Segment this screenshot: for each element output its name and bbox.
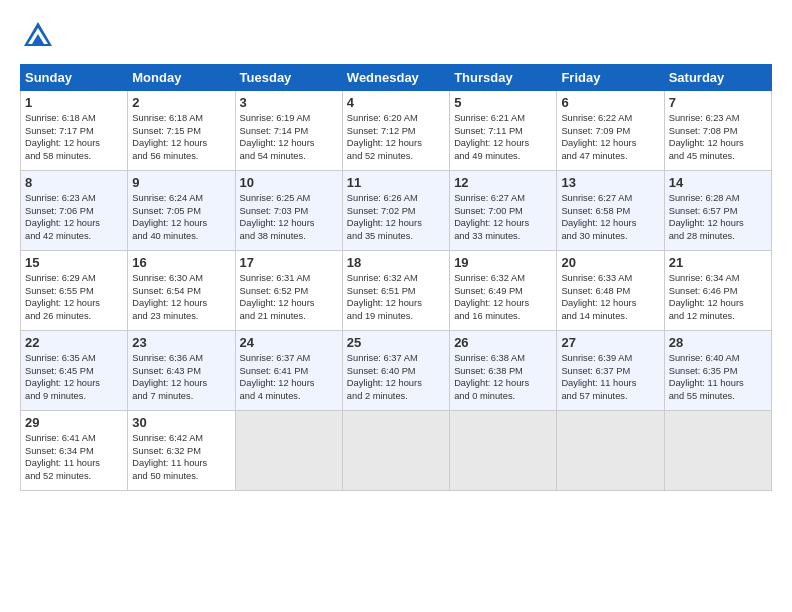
day-number: 1	[25, 95, 123, 110]
day-info: Sunrise: 6:34 AMSunset: 6:46 PMDaylight:…	[669, 273, 744, 321]
day-info: Sunrise: 6:27 AMSunset: 7:00 PMDaylight:…	[454, 193, 529, 241]
day-info: Sunrise: 6:23 AMSunset: 7:08 PMDaylight:…	[669, 113, 744, 161]
day-number: 4	[347, 95, 445, 110]
day-number: 18	[347, 255, 445, 270]
calendar-day-cell: 22 Sunrise: 6:35 AMSunset: 6:45 PMDaylig…	[21, 331, 128, 411]
day-number: 21	[669, 255, 767, 270]
calendar-day-cell: 3 Sunrise: 6:19 AMSunset: 7:14 PMDayligh…	[235, 91, 342, 171]
calendar-day-cell: 14 Sunrise: 6:28 AMSunset: 6:57 PMDaylig…	[664, 171, 771, 251]
calendar-day-cell: 10 Sunrise: 6:25 AMSunset: 7:03 PMDaylig…	[235, 171, 342, 251]
day-info: Sunrise: 6:24 AMSunset: 7:05 PMDaylight:…	[132, 193, 207, 241]
day-number: 23	[132, 335, 230, 350]
calendar-week-row: 22 Sunrise: 6:35 AMSunset: 6:45 PMDaylig…	[21, 331, 772, 411]
day-number: 27	[561, 335, 659, 350]
calendar-day-cell: 30 Sunrise: 6:42 AMSunset: 6:32 PMDaylig…	[128, 411, 235, 491]
day-number: 9	[132, 175, 230, 190]
logo-icon	[20, 18, 56, 54]
calendar-day-cell	[235, 411, 342, 491]
calendar-day-cell: 12 Sunrise: 6:27 AMSunset: 7:00 PMDaylig…	[450, 171, 557, 251]
calendar-day-cell	[664, 411, 771, 491]
calendar-body: 1 Sunrise: 6:18 AMSunset: 7:17 PMDayligh…	[21, 91, 772, 491]
day-info: Sunrise: 6:27 AMSunset: 6:58 PMDaylight:…	[561, 193, 636, 241]
day-number: 6	[561, 95, 659, 110]
calendar-table: SundayMondayTuesdayWednesdayThursdayFrid…	[20, 64, 772, 491]
day-info: Sunrise: 6:35 AMSunset: 6:45 PMDaylight:…	[25, 353, 100, 401]
day-info: Sunrise: 6:18 AMSunset: 7:17 PMDaylight:…	[25, 113, 100, 161]
day-number: 17	[240, 255, 338, 270]
calendar-header-cell: Sunday	[21, 65, 128, 91]
day-info: Sunrise: 6:21 AMSunset: 7:11 PMDaylight:…	[454, 113, 529, 161]
calendar-header-cell: Wednesday	[342, 65, 449, 91]
logo	[20, 18, 60, 54]
page-header	[20, 18, 772, 54]
calendar-week-row: 15 Sunrise: 6:29 AMSunset: 6:55 PMDaylig…	[21, 251, 772, 331]
day-number: 11	[347, 175, 445, 190]
day-number: 19	[454, 255, 552, 270]
calendar-day-cell: 29 Sunrise: 6:41 AMSunset: 6:34 PMDaylig…	[21, 411, 128, 491]
day-number: 13	[561, 175, 659, 190]
calendar-header-row: SundayMondayTuesdayWednesdayThursdayFrid…	[21, 65, 772, 91]
calendar-day-cell	[342, 411, 449, 491]
calendar-day-cell: 18 Sunrise: 6:32 AMSunset: 6:51 PMDaylig…	[342, 251, 449, 331]
day-info: Sunrise: 6:28 AMSunset: 6:57 PMDaylight:…	[669, 193, 744, 241]
calendar-day-cell: 11 Sunrise: 6:26 AMSunset: 7:02 PMDaylig…	[342, 171, 449, 251]
calendar-day-cell: 1 Sunrise: 6:18 AMSunset: 7:17 PMDayligh…	[21, 91, 128, 171]
calendar-day-cell: 9 Sunrise: 6:24 AMSunset: 7:05 PMDayligh…	[128, 171, 235, 251]
day-number: 8	[25, 175, 123, 190]
calendar-day-cell	[450, 411, 557, 491]
calendar-day-cell: 17 Sunrise: 6:31 AMSunset: 6:52 PMDaylig…	[235, 251, 342, 331]
day-number: 3	[240, 95, 338, 110]
day-info: Sunrise: 6:22 AMSunset: 7:09 PMDaylight:…	[561, 113, 636, 161]
calendar-week-row: 1 Sunrise: 6:18 AMSunset: 7:17 PMDayligh…	[21, 91, 772, 171]
day-info: Sunrise: 6:37 AMSunset: 6:40 PMDaylight:…	[347, 353, 422, 401]
day-info: Sunrise: 6:30 AMSunset: 6:54 PMDaylight:…	[132, 273, 207, 321]
day-info: Sunrise: 6:32 AMSunset: 6:49 PMDaylight:…	[454, 273, 529, 321]
calendar-day-cell: 24 Sunrise: 6:37 AMSunset: 6:41 PMDaylig…	[235, 331, 342, 411]
day-number: 12	[454, 175, 552, 190]
calendar-header-cell: Monday	[128, 65, 235, 91]
calendar-day-cell: 7 Sunrise: 6:23 AMSunset: 7:08 PMDayligh…	[664, 91, 771, 171]
calendar-day-cell: 27 Sunrise: 6:39 AMSunset: 6:37 PMDaylig…	[557, 331, 664, 411]
calendar-week-row: 8 Sunrise: 6:23 AMSunset: 7:06 PMDayligh…	[21, 171, 772, 251]
day-info: Sunrise: 6:25 AMSunset: 7:03 PMDaylight:…	[240, 193, 315, 241]
day-info: Sunrise: 6:26 AMSunset: 7:02 PMDaylight:…	[347, 193, 422, 241]
day-info: Sunrise: 6:36 AMSunset: 6:43 PMDaylight:…	[132, 353, 207, 401]
calendar-day-cell: 25 Sunrise: 6:37 AMSunset: 6:40 PMDaylig…	[342, 331, 449, 411]
day-info: Sunrise: 6:31 AMSunset: 6:52 PMDaylight:…	[240, 273, 315, 321]
day-number: 15	[25, 255, 123, 270]
day-info: Sunrise: 6:39 AMSunset: 6:37 PMDaylight:…	[561, 353, 636, 401]
calendar-day-cell: 26 Sunrise: 6:38 AMSunset: 6:38 PMDaylig…	[450, 331, 557, 411]
day-number: 30	[132, 415, 230, 430]
day-number: 2	[132, 95, 230, 110]
day-number: 5	[454, 95, 552, 110]
calendar-day-cell: 5 Sunrise: 6:21 AMSunset: 7:11 PMDayligh…	[450, 91, 557, 171]
day-number: 26	[454, 335, 552, 350]
day-info: Sunrise: 6:40 AMSunset: 6:35 PMDaylight:…	[669, 353, 744, 401]
day-info: Sunrise: 6:41 AMSunset: 6:34 PMDaylight:…	[25, 433, 100, 481]
calendar-day-cell: 8 Sunrise: 6:23 AMSunset: 7:06 PMDayligh…	[21, 171, 128, 251]
day-number: 10	[240, 175, 338, 190]
day-info: Sunrise: 6:37 AMSunset: 6:41 PMDaylight:…	[240, 353, 315, 401]
day-number: 28	[669, 335, 767, 350]
day-info: Sunrise: 6:19 AMSunset: 7:14 PMDaylight:…	[240, 113, 315, 161]
day-number: 20	[561, 255, 659, 270]
day-info: Sunrise: 6:42 AMSunset: 6:32 PMDaylight:…	[132, 433, 207, 481]
calendar-day-cell: 6 Sunrise: 6:22 AMSunset: 7:09 PMDayligh…	[557, 91, 664, 171]
calendar-header-cell: Thursday	[450, 65, 557, 91]
calendar-day-cell: 28 Sunrise: 6:40 AMSunset: 6:35 PMDaylig…	[664, 331, 771, 411]
calendar-header-cell: Saturday	[664, 65, 771, 91]
calendar-header-cell: Tuesday	[235, 65, 342, 91]
calendar-day-cell	[557, 411, 664, 491]
day-info: Sunrise: 6:20 AMSunset: 7:12 PMDaylight:…	[347, 113, 422, 161]
day-info: Sunrise: 6:29 AMSunset: 6:55 PMDaylight:…	[25, 273, 100, 321]
day-info: Sunrise: 6:33 AMSunset: 6:48 PMDaylight:…	[561, 273, 636, 321]
day-number: 29	[25, 415, 123, 430]
day-info: Sunrise: 6:38 AMSunset: 6:38 PMDaylight:…	[454, 353, 529, 401]
day-info: Sunrise: 6:18 AMSunset: 7:15 PMDaylight:…	[132, 113, 207, 161]
day-number: 22	[25, 335, 123, 350]
calendar-day-cell: 13 Sunrise: 6:27 AMSunset: 6:58 PMDaylig…	[557, 171, 664, 251]
day-number: 7	[669, 95, 767, 110]
calendar-day-cell: 21 Sunrise: 6:34 AMSunset: 6:46 PMDaylig…	[664, 251, 771, 331]
calendar-day-cell: 19 Sunrise: 6:32 AMSunset: 6:49 PMDaylig…	[450, 251, 557, 331]
calendar-day-cell: 23 Sunrise: 6:36 AMSunset: 6:43 PMDaylig…	[128, 331, 235, 411]
